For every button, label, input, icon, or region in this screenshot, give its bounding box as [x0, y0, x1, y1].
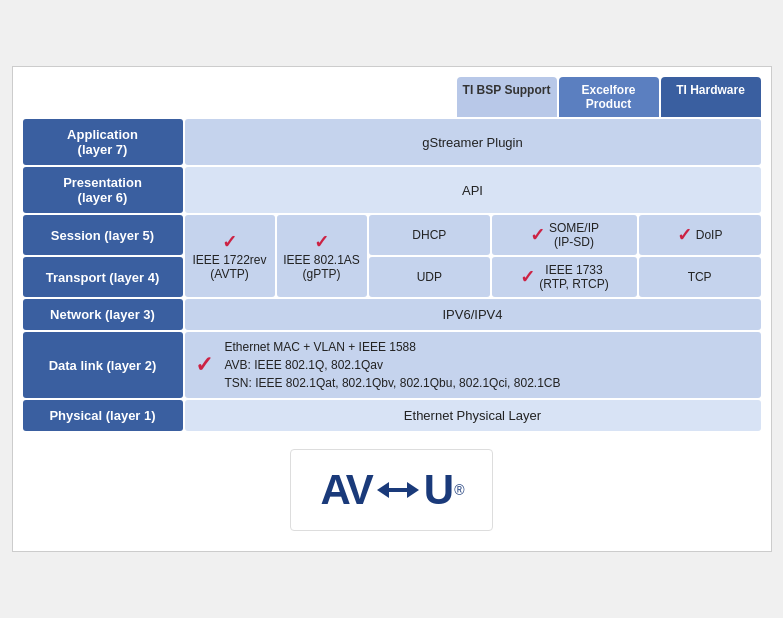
datalink-line1: Ethernet MAC + VLAN + IEEE 1588 — [225, 338, 561, 356]
transport-right-row: UDP ✓ IEEE 1733 (RTP, RTCP) TCP — [369, 257, 761, 297]
header-excelfore: Excelfore Product — [559, 77, 659, 117]
avnu-arrow-icon — [373, 468, 423, 513]
right-grid: DHCP ✓ SOME/IP (IP-SD) ✓ DoIP — [369, 215, 761, 297]
application-content: gStreamer Plugin — [185, 119, 761, 165]
check-someip: ✓ — [530, 224, 545, 246]
check-doip: ✓ — [677, 224, 692, 246]
session-transport-row: Session (layer 5) Transport (layer 4) ✓ … — [23, 215, 761, 297]
application-label: Application (layer 7) — [23, 119, 183, 165]
network-content: IPV6/IPV4 — [185, 299, 761, 330]
presentation-content: API — [185, 167, 761, 213]
check-avtp: ✓ — [222, 231, 237, 253]
ieee1733-label: IEEE 1733 (RTP, RTCP) — [539, 263, 608, 291]
someip-cell: ✓ SOME/IP (IP-SD) — [492, 215, 637, 255]
transport-label: Transport (layer 4) — [23, 257, 183, 297]
check-gptp: ✓ — [314, 231, 329, 253]
header-row: TI BSP Support Excelfore Product TI Hard… — [23, 77, 761, 117]
avnu-registered: ® — [454, 482, 462, 498]
avnu-av: AV — [321, 466, 372, 514]
physical-row: Physical (layer 1) Ethernet Physical Lay… — [23, 400, 761, 431]
application-row: Application (layer 7) gStreamer Plugin — [23, 119, 761, 165]
st-content: ✓ IEEE 1722rev (AVTP) ✓ IEEE 802.1AS (gP… — [185, 215, 761, 297]
someip-label: SOME/IP (IP-SD) — [549, 221, 599, 249]
session-right-row: DHCP ✓ SOME/IP (IP-SD) ✓ DoIP — [369, 215, 761, 255]
datalink-line2: AVB: IEEE 802.1Q, 802.1Qav — [225, 356, 561, 374]
header-ti: TI Hardware — [661, 77, 761, 117]
col2-label: IEEE 802.1AS (gPTP) — [283, 253, 360, 281]
presentation-label: Presentation (layer 6) — [23, 167, 183, 213]
session-label: Session (layer 5) — [23, 215, 183, 255]
col1-label: IEEE 1722rev (AVTP) — [192, 253, 266, 281]
tcp-cell: TCP — [639, 257, 761, 297]
logo-area: AV U ® — [23, 431, 761, 541]
udp-cell: UDP — [369, 257, 491, 297]
datalink-row: Data link (layer 2) ✓ Ethernet MAC + VLA… — [23, 332, 761, 398]
datalink-label: Data link (layer 2) — [23, 332, 183, 398]
table-area: TI BSP Support Excelfore Product TI Hard… — [23, 77, 761, 541]
main-container: TI BSP Support Excelfore Product TI Hard… — [12, 66, 772, 552]
st-labels: Session (layer 5) Transport (layer 4) — [23, 215, 183, 297]
layer-grid: Application (layer 7) gStreamer Plugin P… — [23, 119, 761, 431]
header-bsp: TI BSP Support — [457, 77, 557, 117]
network-label: Network (layer 3) — [23, 299, 183, 330]
datalink-content: ✓ Ethernet MAC + VLAN + IEEE 1588 AVB: I… — [185, 332, 761, 398]
col2-gptp: ✓ IEEE 802.1AS (gPTP) — [277, 215, 367, 297]
dhcp-cell: DHCP — [369, 215, 491, 255]
ieee1733-cell: ✓ IEEE 1733 (RTP, RTCP) — [492, 257, 637, 297]
network-row: Network (layer 3) IPV6/IPV4 — [23, 299, 761, 330]
physical-label: Physical (layer 1) — [23, 400, 183, 431]
logo-box: AV U ® — [290, 449, 494, 531]
datalink-line3: TSN: IEEE 802.1Qat, 802.1Qbv, 802.1Qbu, … — [225, 374, 561, 392]
check-datalink: ✓ — [195, 352, 215, 378]
doip-label: DoIP — [696, 228, 723, 242]
doip-cell: ✓ DoIP — [639, 215, 761, 255]
svg-marker-0 — [377, 482, 419, 498]
col1-avtp: ✓ IEEE 1722rev (AVTP) — [185, 215, 275, 297]
avnu-u: U — [424, 466, 452, 514]
datalink-text: Ethernet MAC + VLAN + IEEE 1588 AVB: IEE… — [225, 338, 561, 392]
physical-content: Ethernet Physical Layer — [185, 400, 761, 431]
check-ieee1733: ✓ — [520, 266, 535, 288]
avnu-logo: AV U ® — [321, 466, 463, 514]
presentation-row: Presentation (layer 6) API — [23, 167, 761, 213]
